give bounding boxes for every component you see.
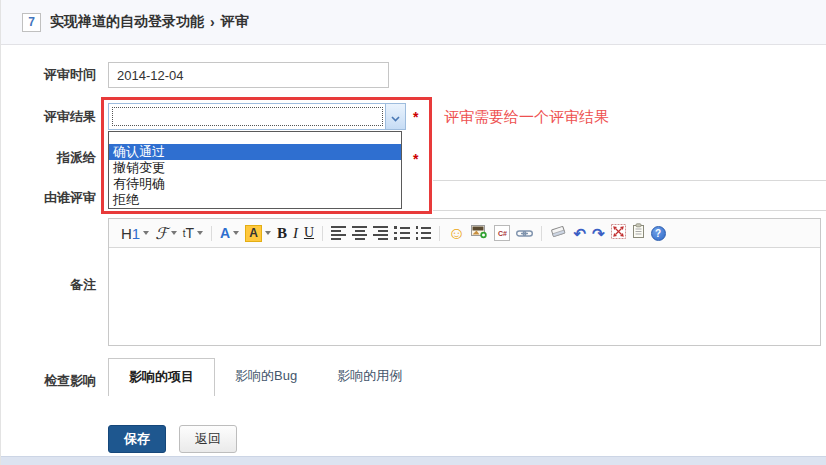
tab-affected-cases[interactable]: 影响的用例	[317, 358, 422, 394]
emoticon-button[interactable]: ☺	[445, 222, 468, 244]
select-value-area	[112, 107, 383, 126]
text-color-icon: A	[220, 225, 230, 241]
font-family-button[interactable]: ℱ	[152, 222, 180, 244]
breadcrumb-separator: ›	[210, 14, 215, 30]
required-asterisk: *	[413, 146, 418, 172]
tab-affected-projects[interactable]: 影响的项目	[108, 358, 215, 396]
unordered-list-button[interactable]	[413, 222, 435, 244]
review-result-select[interactable]	[108, 103, 406, 130]
highlight-color-button[interactable]: A	[242, 222, 274, 244]
dropdown-option-revert-change[interactable]: 撤销变更	[109, 160, 401, 176]
page-action-title: 评审	[221, 13, 249, 31]
ordered-list-icon	[394, 226, 410, 240]
toolbar-divider	[541, 226, 542, 241]
insert-code-button[interactable]: C#	[491, 222, 513, 244]
review-time-label: 评审时间	[1, 62, 96, 88]
page-header: 7 实现禅道的自动登录功能 › 评审	[1, 0, 826, 45]
font-family-icon: ℱ	[155, 224, 168, 243]
remove-format-button[interactable]	[547, 222, 570, 244]
toolbar-divider	[211, 226, 212, 241]
story-title: 实现禅道的自动登录功能	[50, 13, 204, 31]
dropdown-option-reject[interactable]: 拒绝	[109, 192, 401, 208]
heading-button[interactable]: H1	[118, 222, 152, 244]
dropdown-option-to-be-clarified[interactable]: 有待明确	[109, 176, 401, 192]
caret-icon	[143, 231, 149, 235]
story-id-badge: 7	[22, 13, 41, 32]
footer-bar	[1, 456, 826, 465]
caret-icon	[171, 231, 177, 235]
insert-image-button[interactable]	[468, 222, 491, 244]
editor-content-area[interactable]	[109, 248, 820, 345]
impact-tabs: 影响的项目 影响的Bug 影响的用例	[108, 358, 422, 396]
italic-button[interactable]: I	[290, 222, 301, 244]
fullscreen-icon	[611, 224, 626, 243]
align-left-icon	[331, 226, 346, 240]
review-result-label: 评审结果	[1, 104, 96, 130]
eraser-icon	[550, 224, 567, 242]
ordered-list-button[interactable]	[391, 222, 413, 244]
image-icon	[471, 224, 488, 243]
undo-button[interactable]: ↶	[570, 222, 589, 244]
paste-button[interactable]	[629, 222, 648, 244]
insert-link-button[interactable]	[513, 222, 536, 244]
back-button[interactable]: 返回	[179, 425, 237, 453]
review-page: 7 实现禅道的自动登录功能 › 评审 评审时间 评审结果 指派给 由谁评审 备注…	[0, 0, 826, 465]
help-icon: ?	[651, 226, 666, 241]
row-divider	[433, 210, 826, 211]
align-center-button[interactable]	[349, 222, 370, 244]
caret-icon	[233, 231, 239, 235]
select-dropdown-button[interactable]	[385, 104, 405, 129]
help-button[interactable]: ?	[648, 222, 669, 244]
review-result-dropdown: 确认通过 撤销变更 有待明确 拒绝	[108, 131, 402, 209]
row-divider	[433, 180, 826, 181]
font-size-button[interactable]: tT	[180, 222, 206, 244]
unordered-list-icon	[416, 226, 432, 240]
check-impact-label: 检查影响	[1, 368, 96, 394]
dropdown-option-confirm-pass[interactable]: 确认通过	[109, 144, 401, 160]
reviewed-by-label: 由谁评审	[1, 185, 96, 211]
toolbar-divider	[322, 226, 323, 241]
dropdown-option-empty[interactable]	[109, 132, 401, 144]
annotation-text: 评审需要给一个评审结果	[444, 108, 609, 127]
link-icon	[516, 224, 533, 242]
assigned-to-label: 指派给	[1, 145, 96, 171]
code-icon: C#	[494, 225, 510, 241]
bold-button[interactable]: B	[274, 222, 290, 244]
comment-editor: H1 ℱ tT A A B I U	[108, 218, 821, 346]
align-left-button[interactable]	[328, 222, 349, 244]
chevron-down-icon	[391, 108, 400, 126]
highlight-color-icon: A	[245, 225, 262, 242]
align-center-icon	[352, 226, 367, 240]
required-asterisk: *	[413, 104, 418, 130]
caret-icon	[197, 231, 203, 235]
align-right-button[interactable]	[370, 222, 391, 244]
editor-toolbar: H1 ℱ tT A A B I U	[109, 219, 820, 248]
caret-icon	[265, 231, 271, 235]
clipboard-icon	[632, 223, 645, 243]
form-actions: 保存 返回	[108, 425, 237, 453]
review-time-input[interactable]	[108, 62, 389, 88]
align-right-icon	[373, 226, 388, 240]
save-button[interactable]: 保存	[108, 425, 166, 453]
text-color-button[interactable]: A	[217, 222, 242, 244]
comment-label: 备注	[1, 272, 96, 298]
toolbar-divider	[439, 226, 440, 241]
tab-affected-bugs[interactable]: 影响的Bug	[215, 358, 317, 394]
redo-button[interactable]: ↷	[589, 222, 608, 244]
smiley-icon: ☺	[448, 225, 465, 242]
heading-icon: H	[121, 225, 132, 242]
underline-button[interactable]: U	[301, 222, 317, 244]
fullscreen-button[interactable]	[608, 222, 629, 244]
